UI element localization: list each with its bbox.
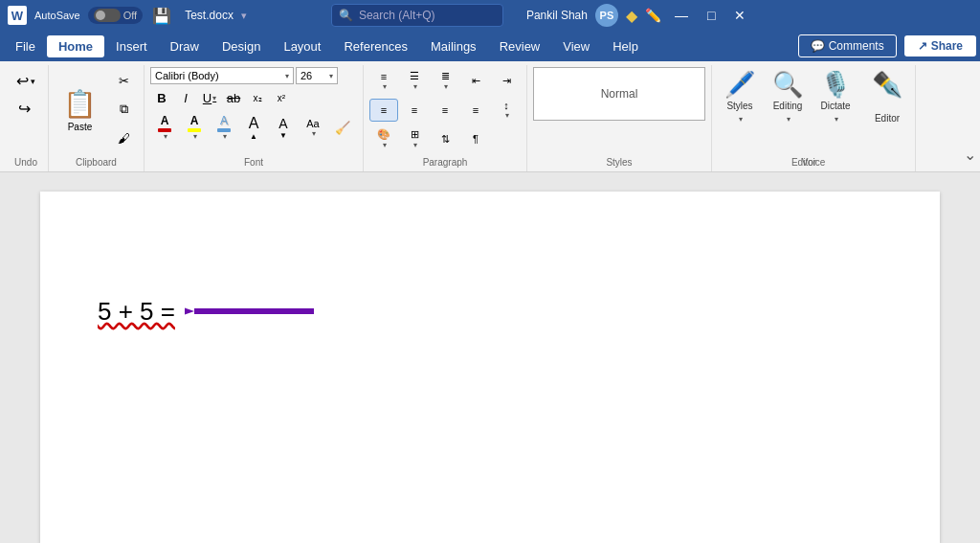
- toggle-state: Off: [123, 10, 137, 21]
- undo-button[interactable]: ↩▾: [10, 69, 42, 93]
- font-size-decrease-button[interactable]: A▼: [269, 113, 298, 143]
- comments-button[interactable]: 💬 Comments: [798, 34, 897, 57]
- menu-review[interactable]: Review: [488, 35, 552, 57]
- highlight-arrow[interactable]: ▾: [193, 132, 197, 141]
- paste-label: Paste: [68, 122, 93, 132]
- paragraph-group: ≡▾ ☰▾ ≣▾ ⇤ ⇥ ≡ ≡ ≡ ≡ ↕▾ 🎨▾ ⊞▾ ⇅ ¶ Paragr…: [364, 65, 527, 171]
- italic-button[interactable]: I: [174, 87, 197, 108]
- editing-button[interactable]: 🔍 Editing ▾: [766, 67, 810, 128]
- menu-layout[interactable]: Layout: [272, 35, 332, 57]
- styles-dropdown-arrow: ▾: [739, 115, 743, 124]
- pen-icon: ✏️: [645, 8, 661, 23]
- search-input[interactable]: [331, 4, 503, 27]
- avatar[interactable]: PS: [595, 4, 618, 27]
- format-painter-button[interactable]: 🖌: [109, 127, 138, 150]
- comments-icon: 💬: [811, 39, 825, 53]
- clipboard-group: 📋 Paste ✂ ⧉ 🖌 Clipboard: [49, 65, 145, 171]
- ribbon: ↩▾ ↪ Undo 📋 Paste ✂ ⧉ 🖌 Clipboard Calibr…: [0, 61, 980, 172]
- highlight-button[interactable]: A ▾: [180, 111, 209, 144]
- font-format-row: B I U ▾ ab x₂ x²: [150, 87, 293, 108]
- editing-icon: 🔍: [772, 72, 803, 97]
- menu-help[interactable]: Help: [601, 35, 650, 57]
- editor-btn-label: Editor: [875, 113, 900, 124]
- paste-button[interactable]: 📋 Paste: [55, 67, 105, 152]
- font-color-row: A ▾ A ▾ A ▾ A▲ A▼ Aa▾ 🧹: [150, 111, 357, 144]
- doc-dropdown-icon[interactable]: ▾: [241, 10, 247, 22]
- para-row1: ≡▾ ☰▾ ≣▾ ⇤ ⇥: [369, 67, 521, 94]
- styles-gallery[interactable]: Normal: [533, 67, 705, 121]
- multilevel-list-button[interactable]: ≣▾: [431, 67, 459, 94]
- undo-label: Undo: [4, 157, 48, 168]
- shading-button[interactable]: 🎨▾: [369, 125, 398, 152]
- styles-button[interactable]: 🖊️ Styles ▾: [718, 67, 762, 128]
- font-name-dropdown[interactable]: Calibri (Body) ▾: [150, 67, 294, 84]
- menu-mailings[interactable]: Mailings: [419, 35, 488, 57]
- clear-formatting-button[interactable]: 🧹: [328, 116, 357, 139]
- strikethrough-button[interactable]: ab: [222, 87, 245, 108]
- text-effects-button[interactable]: A ▾: [210, 111, 238, 144]
- menu-insert[interactable]: Insert: [104, 35, 159, 57]
- sort-button[interactable]: ⇅: [431, 127, 459, 150]
- save-icon[interactable]: 💾: [150, 5, 173, 27]
- subscript-button[interactable]: x₂: [246, 87, 269, 108]
- menu-right: 💬 Comments ↗ Share: [798, 34, 976, 57]
- para-row2: ≡ ≡ ≡ ≡ ↕▾: [369, 97, 521, 123]
- share-button[interactable]: ↗ Share: [904, 35, 976, 57]
- styles-label: Styles: [527, 157, 711, 168]
- dictate-icon: 🎙️: [820, 72, 851, 97]
- menu-draw[interactable]: Draw: [159, 35, 211, 57]
- close-button[interactable]: ✕: [728, 8, 751, 23]
- menu-design[interactable]: Design: [211, 35, 272, 57]
- align-left-button[interactable]: ≡: [369, 99, 398, 122]
- ribbon-expand-button[interactable]: ⌄: [964, 65, 976, 171]
- editor-icon: ✒️: [872, 72, 902, 97]
- styles-icon: 🖊️: [724, 72, 755, 97]
- text-effects-icon: A: [220, 114, 228, 127]
- editor-button[interactable]: ✒️ Editor: [865, 67, 909, 128]
- decrease-indent-button[interactable]: ⇤: [461, 69, 490, 92]
- autosave-toggle[interactable]: Off: [88, 7, 143, 24]
- font-color-button[interactable]: A ▾: [150, 111, 179, 144]
- numbering-button[interactable]: ☰▾: [400, 67, 429, 94]
- line-spacing-button[interactable]: ↕▾: [492, 97, 521, 123]
- redo-button[interactable]: ↪: [10, 97, 38, 121]
- superscript-button[interactable]: x²: [270, 87, 293, 108]
- editor-group-label: Editor: [702, 157, 905, 168]
- undo-dropdown[interactable]: ▾: [31, 77, 35, 86]
- menu-view[interactable]: View: [551, 35, 601, 57]
- clipboard-side: ✂ ⧉ 🖌: [109, 67, 138, 152]
- increase-indent-button[interactable]: ⇥: [492, 69, 521, 92]
- toggle-knob: [94, 9, 121, 22]
- font-color-icon: A: [161, 114, 169, 127]
- change-case-button[interactable]: Aa▾: [299, 115, 327, 141]
- font-size-dropdown[interactable]: 26 ▾: [296, 67, 338, 84]
- menu-home[interactable]: Home: [47, 35, 104, 57]
- show-formatting-button[interactable]: ¶: [461, 127, 490, 150]
- bullets-button[interactable]: ≡▾: [369, 68, 398, 94]
- dictate-button[interactable]: 🎙️ Dictate ▾: [813, 67, 858, 128]
- minimize-button[interactable]: —: [669, 8, 694, 23]
- align-right-button[interactable]: ≡: [431, 99, 459, 122]
- editing-btn-label: Editing: [773, 101, 803, 111]
- menu-bar: File Home Insert Draw Design Layout Refe…: [0, 31, 980, 61]
- font-size-increase-button[interactable]: A▲: [239, 112, 268, 144]
- doc-title[interactable]: Test.docx: [185, 9, 234, 22]
- highlight-icon: A: [190, 114, 199, 127]
- document-page[interactable]: 5 + 5 =: [40, 192, 940, 543]
- text-effects-arrow[interactable]: ▾: [223, 132, 227, 141]
- underline-button[interactable]: U ▾: [198, 87, 221, 108]
- menu-file[interactable]: File: [4, 35, 47, 57]
- search-wrapper: 🔍: [331, 4, 503, 27]
- justify-button[interactable]: ≡: [461, 99, 490, 122]
- title-bar: W AutoSave Off 💾 Test.docx ▾ 🔍 Pankil Sh…: [0, 0, 980, 31]
- editing-dropdown-arrow: ▾: [787, 115, 791, 124]
- maximize-button[interactable]: □: [702, 8, 721, 23]
- menu-references[interactable]: References: [332, 35, 418, 57]
- cut-button[interactable]: ✂: [109, 69, 138, 92]
- large-buttons-group: 🖊️ Styles ▾ 🔍 Editing ▾ 🎙️ Dictate ▾ Voi…: [712, 65, 916, 171]
- align-center-button[interactable]: ≡: [400, 99, 429, 122]
- borders-button[interactable]: ⊞▾: [400, 125, 429, 152]
- copy-button[interactable]: ⧉: [109, 98, 138, 121]
- bold-button[interactable]: B: [150, 87, 173, 108]
- font-color-arrow[interactable]: ▾: [164, 132, 167, 141]
